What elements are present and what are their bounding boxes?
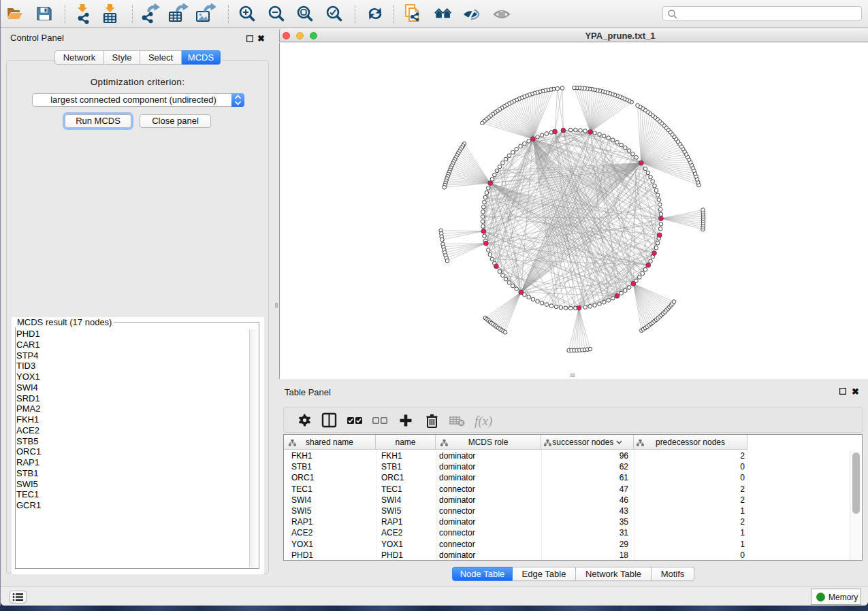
svg-text:f(x): f(x) xyxy=(475,414,492,429)
